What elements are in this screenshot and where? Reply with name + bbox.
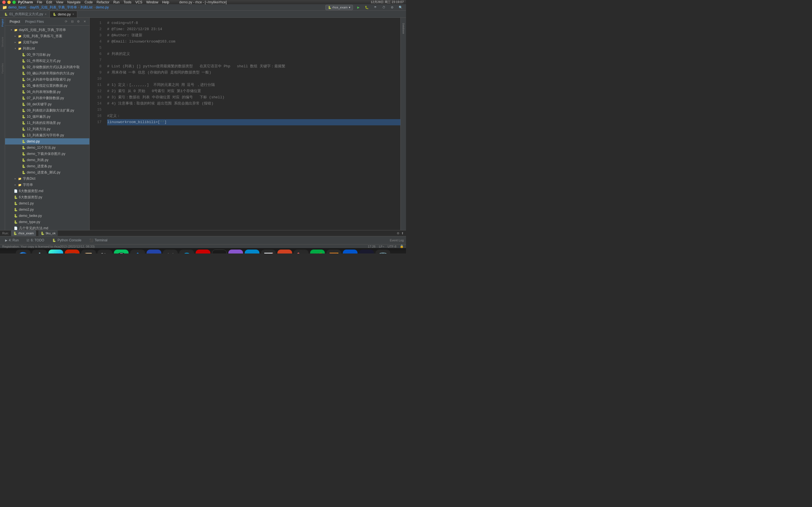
dock-trash[interactable]: 🗑️ [375, 249, 390, 253]
tab-01[interactable]: 🐍 01_作用和定义方式.py × [1, 11, 50, 17]
menu-vcs[interactable]: VCS [135, 0, 142, 4]
tree-item[interactable]: 📄几个常见的方法.md [5, 225, 89, 230]
dock-finder[interactable]: 🔵 [16, 249, 31, 253]
bottom-tab-terminal[interactable]: ⬛ Terminal [87, 236, 110, 244]
breadcrumb-item-0[interactable]: demo_basic [8, 5, 27, 9]
tree-item[interactable]: 🐍demo_beike.py [5, 213, 89, 219]
tree-item[interactable]: 🐍demo_进度条_测试.py [5, 169, 89, 175]
run-expand-icon[interactable]: ⬆ [401, 231, 404, 235]
dock-wechat[interactable]: 💬 [114, 249, 129, 253]
dock-tableplus[interactable]: T+ [245, 249, 259, 253]
run-settings-icon[interactable]: ⚙ [397, 231, 400, 235]
menu-tools[interactable]: Tools [123, 0, 132, 4]
dock-wavebox[interactable]: W [147, 249, 161, 253]
menu-navigate[interactable]: Navigate [67, 0, 81, 4]
run-tab-rhce[interactable]: 🐍 rhce_exam [11, 230, 36, 236]
tree-item[interactable]: ▸📁字符串 [5, 182, 89, 188]
menu-window[interactable]: Window [146, 0, 158, 4]
tree-item[interactable]: 🐍09_列表统计及删除方法扩展.py [5, 107, 89, 114]
tree-item[interactable]: 🐍demo_11个方法.py [5, 145, 89, 151]
sidebar-sync-btn[interactable]: ⟳ [63, 19, 68, 24]
dock-imovie[interactable]: 📷 [359, 249, 374, 253]
tab-demo[interactable]: 🐍 demo.py × [50, 11, 77, 17]
menu-help[interactable]: Help [162, 0, 169, 4]
dock-script-editor[interactable]: 📜 [81, 249, 96, 253]
menu-file[interactable]: File [37, 0, 42, 4]
profile-button[interactable]: ⏱ [380, 4, 387, 10]
menu-refactor[interactable]: Refactor [97, 0, 109, 4]
database-view-btn[interactable]: Database [401, 20, 406, 37]
tree-item[interactable]: ▾📁day05_元组_列表_字典_字符串 [5, 27, 89, 33]
dock-mindnode[interactable]: 🌿 [310, 249, 325, 253]
tree-item[interactable]: 🐍demo1.py [5, 200, 89, 207]
dock-firefox[interactable]: 🦊 [163, 249, 177, 253]
project-strip-label[interactable]: Project [1, 19, 4, 27]
favorites-strip-label[interactable]: Favorites [1, 63, 4, 73]
dock-system-prefs[interactable]: ⚙️ [32, 249, 47, 253]
dock-speedtest[interactable]: S [196, 249, 210, 253]
code-editor[interactable]: 1234567891011121314151617 # coding=utf-8… [90, 18, 400, 230]
tree-item[interactable]: 🐍05_修改指定位置的数据.py [5, 82, 89, 89]
dock-pycharm[interactable]: 🔷 [130, 249, 145, 253]
structure-strip-label[interactable]: Structure [1, 37, 4, 47]
debug-button[interactable]: 🐛 [364, 4, 370, 10]
breadcrumb-item-2[interactable]: 列表List [80, 5, 93, 10]
menu-view[interactable]: View [56, 0, 63, 4]
app-name[interactable]: PyCharm [18, 0, 33, 4]
tree-item[interactable]: 🐍6大数据类型.py [5, 194, 89, 200]
tree-item[interactable]: 🐍08_del关键字.py [5, 101, 89, 107]
tree-item[interactable]: 🐍demo_列表.py [5, 157, 89, 163]
tree-item[interactable]: ▸📁元组Tuple [5, 39, 89, 45]
tree-item[interactable]: 🐍10_循环遍历.py [5, 114, 89, 120]
tree-item[interactable]: 🐍06_向列表增加数据.py [5, 89, 89, 95]
dock-chrome[interactable]: 🌐 [179, 249, 194, 253]
tree-item[interactable]: 🐍demo_下载并保存图片.py [5, 151, 89, 157]
tree-item[interactable]: 🐍00_学习目标.py [5, 52, 89, 58]
sidebar-settings-btn[interactable]: ⚙ [76, 19, 81, 24]
dock-phpstorm[interactable]: PS [229, 249, 243, 253]
tree-item[interactable]: 🐍04_从列表中取值和取索引.py [5, 76, 89, 82]
sidebar-close-btn[interactable]: ✕ [82, 19, 87, 24]
tree-item[interactable]: 🐍13_列表遍历与字符串.py [5, 132, 89, 138]
tree-item[interactable]: 🐍12_列表方法.py [5, 126, 89, 132]
search-button[interactable]: 🔍 [398, 4, 404, 10]
sidebar-collapse-btn[interactable]: ⊟ [70, 19, 75, 24]
settings-button[interactable]: ⚙ [389, 4, 395, 10]
run-button[interactable]: ▶ [355, 4, 361, 10]
tree-item[interactable]: 🐍demo2.py [5, 207, 89, 213]
menu-edit[interactable]: Edit [46, 0, 52, 4]
tree-item[interactable]: 🐍02_存储数据的方式以及从列表中取 [5, 64, 89, 70]
event-log-label[interactable]: Event Log [390, 238, 404, 242]
dock-powerpoint[interactable]: P [277, 249, 292, 253]
tree-item[interactable]: 🐍demo.py [5, 138, 89, 145]
minimize-button[interactable] [7, 1, 11, 4]
tree-item[interactable]: ▾📁列表List [5, 45, 89, 52]
breadcrumb-item-3[interactable]: demo.py [96, 5, 109, 9]
close-button[interactable] [2, 1, 6, 4]
dock-activity[interactable]: 📈 [261, 249, 276, 253]
tab-close-demo[interactable]: × [72, 13, 74, 16]
menu-run[interactable]: Run [113, 0, 119, 4]
bottom-tab-todo[interactable]: ☑ 6: TODO [24, 236, 47, 244]
coverage-button[interactable]: ☂ [372, 4, 378, 10]
maximize-button[interactable] [12, 1, 16, 4]
run-tab-9ku[interactable]: 🐍 9ku_ok [38, 230, 58, 236]
dock-terminal[interactable]: $_ [212, 249, 227, 253]
code-content[interactable]: # coding=utf-8# @Time: 2022/12/28 23:14#… [104, 18, 400, 230]
tree-item[interactable]: 🐍03_确认列表常用操作的方法.py [5, 70, 89, 76]
dock-launchpad[interactable]: ⠿ [49, 249, 63, 253]
tree-item[interactable]: 🐍01_作用和定义方式.py [5, 58, 89, 64]
dock-evernote[interactable]: 🐘 [98, 249, 112, 253]
tree-item[interactable]: 🐍11_列表的应用场景.py [5, 120, 89, 126]
breadcrumb-item-1[interactable]: day05_元组_列表_字典_字符串 [30, 5, 77, 10]
sidebar-tab-project[interactable]: Project [7, 19, 22, 24]
tab-close-01[interactable]: × [45, 13, 47, 16]
bottom-tab-run[interactable]: ▶ 4: Run [2, 236, 21, 244]
tree-item[interactable]: 🐍07_从列表中删除数据.py [5, 95, 89, 101]
dock-parallels[interactable]: ⬛ [65, 249, 80, 253]
run-config-selector[interactable]: 🐍 rhce_exam ▾ [325, 5, 353, 10]
tree-item[interactable]: ▸📁字典Dict [5, 175, 89, 182]
dock-pencil[interactable]: ✏️ [294, 249, 308, 253]
dock-photos[interactable]: 🖼️ [326, 249, 341, 253]
dock-qbrowser[interactable]: Q [343, 249, 357, 253]
